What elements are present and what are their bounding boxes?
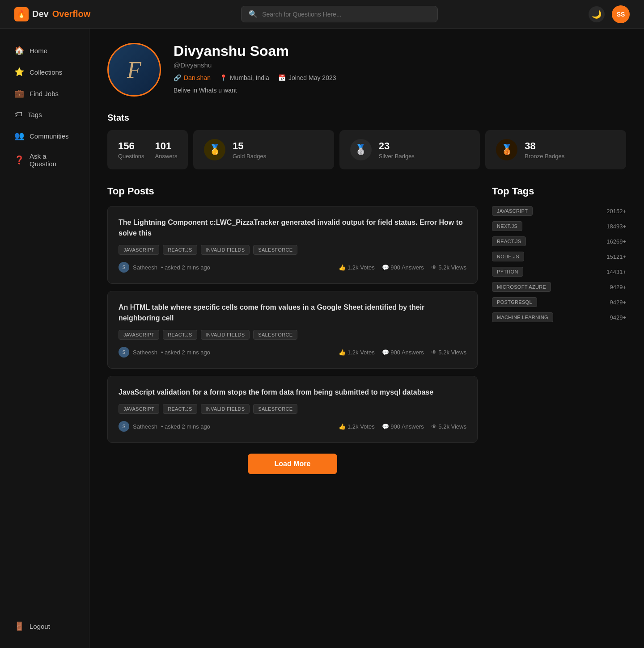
stats-section: Stats 156 Questions 101 Answers [107,113,626,169]
load-more-section: Load More [107,454,478,496]
sidebar-item-collections[interactable]: ⭐ Collections [4,62,85,82]
post-tag[interactable]: SALESFORCE [253,330,297,340]
profile-username: @Divyanshu [174,61,626,69]
theme-toggle-button[interactable]: 🌙 [589,6,605,22]
author-name-2: Satheesh [133,423,157,430]
profile-location-text: Mumbai, India [230,74,269,81]
answers-stat-2: 💬 900 Answers [382,423,424,430]
profile-header: F Divyanshu Soam @Divyanshu 🔗 Dan.shan 📍… [107,43,626,97]
gold-badge-icon: 🥇 [204,139,225,160]
link-icon: 🔗 [174,74,181,81]
top-tag-count-0: 20152+ [606,208,626,215]
top-tag-badge-6[interactable]: POSTGRESQL [492,297,537,307]
post-tag[interactable]: INVALID FIELDS [201,245,250,255]
profile-avatar-letter: F [127,57,141,83]
sidebar-item-tags[interactable]: 🏷 Tags [4,105,85,125]
answers-label: Answers [155,153,178,160]
top-tag-count-1: 18493+ [606,223,626,230]
sidebar-label-tags: Tags [28,111,42,118]
logo[interactable]: 🔥 DevOverflow [14,7,90,21]
top-posts-title: Top Posts [107,185,478,197]
tag-row-1: NEXT.JS 18493+ [492,221,626,231]
stats-grid: 156 Questions 101 Answers 🥇 15 Gold [107,130,626,169]
layout: 🏠 Home ⭐ Collections 💼 Find Jobs 🏷 Tags … [0,29,644,648]
post-author-2: S Satheesh • asked 2 mins ago [119,421,210,432]
top-tag-badge-7[interactable]: MACHINE LEARNING [492,312,553,322]
profile-info: Divyanshu Soam @Divyanshu 🔗 Dan.shan 📍 M… [174,43,626,94]
answers-value: 101 [155,140,178,152]
tag-row-4: PYTHON 14431+ [492,267,626,277]
post-time-0: • asked 2 mins ago [161,264,210,271]
post-title-0[interactable]: The Lightning Component c:LWC_PizzaTrack… [119,217,466,239]
top-tag-badge-5[interactable]: MICROSOFT AZURE [492,282,551,292]
tag-row-5: MICROSOFT AZURE 9429+ [492,282,626,292]
sidebar-item-find-jobs[interactable]: 💼 Find Jobs [4,83,85,104]
stat-bronze: 38 Bronze Badges [525,140,564,160]
post-title-2[interactable]: JavaScript validation for a form stops t… [119,387,466,398]
top-tags-section: Top Tags JAVASCRIPT 20152+ NEXT.JS 18493… [492,185,626,496]
post-title-1[interactable]: An HTML table where specific cells come … [119,302,466,324]
stat-card-silver: 🥈 23 Silver Badges [339,130,480,169]
post-tag[interactable]: JAVASCRIPT [119,404,159,414]
sidebar-label-communities: Communities [30,132,69,140]
sidebar-item-home[interactable]: 🏠 Home [4,40,85,61]
sidebar-item-ask-question[interactable]: ❓ Ask a Question [4,147,85,173]
profile-link-url[interactable]: Dan.shan [184,74,211,81]
search-icon: 🔍 [249,10,258,18]
post-tag[interactable]: JAVASCRIPT [119,245,159,255]
calendar-icon: 📅 [278,74,286,81]
top-tag-badge-3[interactable]: NODE.JS [492,252,524,261]
tag-row-7: MACHINE LEARNING 9429+ [492,312,626,322]
post-card-0: The Lightning Component c:LWC_PizzaTrack… [107,206,478,284]
tag-row-6: POSTGRESQL 9429+ [492,297,626,307]
votes-stat-0: 👍 1.2k Votes [339,264,374,271]
logo-overflow: Overflow [52,9,91,19]
post-author-0: S Satheesh • asked 2 mins ago [119,262,210,273]
search-bar[interactable]: 🔍 [241,6,438,22]
tag-row-3: NODE.JS 15121+ [492,252,626,261]
post-tag[interactable]: REACT.JS [163,245,197,255]
communities-icon: 👥 [14,131,24,141]
profile-avatar: F [107,43,161,97]
sidebar-label-find-jobs: Find Jobs [30,90,59,97]
post-tag[interactable]: INVALID FIELDS [201,330,250,340]
post-time-2: • asked 2 mins ago [161,423,210,430]
post-tags-1: JAVASCRIPTREACT.JSINVALID FIELDSSALESFOR… [119,330,466,340]
avatar[interactable]: SS [612,5,630,23]
top-tag-count-2: 16269+ [606,238,626,245]
stat-card-bronze: 🥉 38 Bronze Badges [485,130,626,169]
load-more-button[interactable]: Load More [248,454,338,474]
collections-icon: ⭐ [14,67,24,77]
sidebar-label-home: Home [30,47,47,55]
search-input[interactable] [262,11,430,18]
post-tag[interactable]: REACT.JS [163,330,197,340]
tag-row-2: REACT.JS 16269+ [492,236,626,246]
stat-gold: 15 Gold Badges [233,140,266,160]
sidebar-item-logout[interactable]: 🚪 Logout [4,616,85,636]
sidebar-item-communities[interactable]: 👥 Communities [4,126,85,146]
logout-icon: 🚪 [14,621,24,631]
stat-silver: 23 Silver Badges [379,140,415,160]
author-avatar-1: S [119,347,129,358]
post-tags-0: JAVASCRIPTREACT.JSINVALID FIELDSSALESFOR… [119,245,466,255]
views-stat-0: 👁 5.2k Views [431,264,466,271]
post-tags-2: JAVASCRIPTREACT.JSINVALID FIELDSSALESFOR… [119,404,466,414]
post-tag[interactable]: SALESFORCE [253,245,297,255]
post-tag[interactable]: SALESFORCE [253,404,297,414]
post-tag[interactable]: REACT.JS [163,404,197,414]
nav-actions: 🌙 SS [589,5,630,23]
profile-bio: Belive in Whats u want [174,87,626,94]
posts-container: The Lightning Component c:LWC_PizzaTrack… [107,206,478,443]
stat-answers: 101 Answers [155,140,178,160]
top-tag-badge-1[interactable]: NEXT.JS [492,221,522,231]
top-tag-badge-4[interactable]: PYTHON [492,267,523,277]
tag-row-0: JAVASCRIPT 20152+ [492,206,626,216]
top-tag-badge-0[interactable]: JAVASCRIPT [492,206,533,216]
logo-icon: 🔥 [14,7,29,21]
post-tag[interactable]: JAVASCRIPT [119,330,159,340]
stat-card-qa: 156 Questions 101 Answers [107,130,188,169]
post-tag[interactable]: INVALID FIELDS [201,404,250,414]
tags-container: JAVASCRIPT 20152+ NEXT.JS 18493+ REACT.J… [492,206,626,322]
tags-icon: 🏷 [14,110,22,119]
top-tag-badge-2[interactable]: REACT.JS [492,236,526,246]
